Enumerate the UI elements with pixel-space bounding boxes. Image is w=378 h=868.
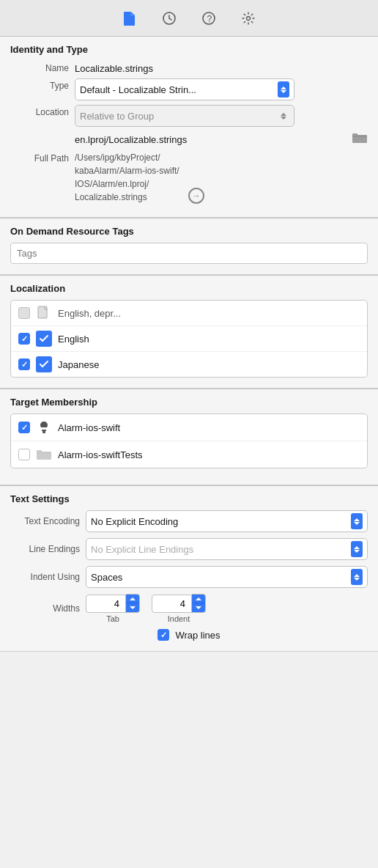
loc-checkbox-1[interactable] bbox=[18, 333, 30, 345]
name-label: Name bbox=[10, 61, 69, 73]
encoding-dropdown[interactable]: No Explicit Encoding bbox=[86, 510, 368, 532]
text-settings-section: Text Settings Text Encoding No Explicit … bbox=[0, 485, 378, 652]
location-dropdown-text: Relative to Group bbox=[80, 111, 278, 122]
indent-value: Spaces bbox=[91, 572, 351, 583]
target-label-0: Alarm-ios-swift bbox=[58, 422, 120, 433]
indent-width-input[interactable]: 4 bbox=[152, 595, 192, 613]
wrap-label: Wrap lines bbox=[175, 630, 220, 641]
widths-label: Widths bbox=[10, 603, 80, 614]
location-label: Location bbox=[10, 105, 69, 117]
list-item: English, depr... bbox=[11, 301, 367, 326]
target-membership-section: Target Membership Alarm-ios-swift bbox=[0, 389, 378, 485]
target-membership-title: Target Membership bbox=[10, 397, 368, 408]
tab-stepper: 4 bbox=[86, 594, 140, 613]
indent-decrement-button[interactable] bbox=[192, 603, 205, 612]
tab-label: Tab bbox=[106, 614, 119, 623]
toolbar: ? bbox=[0, 0, 378, 37]
loc-label-0: English, depr... bbox=[58, 308, 121, 319]
encoding-row: Text Encoding No Explicit Encoding bbox=[10, 510, 368, 532]
path-filename: en.lproj/Localizable.strings bbox=[75, 134, 352, 145]
type-dropdown[interactable]: Default - Localizable Strin... bbox=[75, 78, 294, 100]
file-icon[interactable] bbox=[122, 10, 138, 26]
wrap-checkbox[interactable] bbox=[158, 629, 169, 641]
localization-section: Localization English, depr... English bbox=[0, 275, 378, 389]
list-item: Japanese bbox=[11, 352, 367, 377]
loc-label-1: English bbox=[58, 334, 89, 345]
widths-row: Widths 4 Tab bbox=[10, 594, 368, 623]
svg-rect-4 bbox=[38, 306, 47, 318]
indent-row: Indent Using Spaces bbox=[10, 566, 368, 588]
loc-checkbox-2[interactable] bbox=[18, 358, 30, 370]
localization-title: Localization bbox=[10, 283, 368, 294]
svg-rect-5 bbox=[42, 431, 45, 433]
identity-title: Identity and Type bbox=[10, 44, 368, 55]
on-demand-title: On Demand Resource Tags bbox=[10, 226, 368, 237]
on-demand-section: On Demand Resource Tags bbox=[0, 218, 378, 275]
location-dropdown[interactable]: Relative to Group bbox=[75, 105, 294, 127]
path-row: en.lproj/Localizable.strings bbox=[75, 131, 368, 148]
encoding-value: No Explicit Encoding bbox=[91, 516, 351, 527]
full-path-value: /Users/ipg/kbyProject/kabaAlarm/Alarm-io… bbox=[75, 151, 179, 204]
localization-box: English, depr... English Japanese bbox=[10, 300, 368, 378]
indent-stepper: 4 bbox=[152, 594, 206, 613]
svg-rect-6 bbox=[42, 430, 46, 431]
type-row: Type Default - Localizable Strin... bbox=[10, 78, 368, 100]
indent-stepper-buttons bbox=[192, 594, 206, 613]
folder-icon[interactable] bbox=[352, 131, 368, 148]
full-path-row: Full Path /Users/ipg/kbyProject/kabaAlar… bbox=[10, 151, 368, 204]
indent-label: Indent Using bbox=[10, 572, 80, 582]
location-row: Location Relative to Group bbox=[10, 105, 368, 127]
target-folder-icon-1 bbox=[36, 446, 52, 463]
name-value: Localizable.strings bbox=[75, 61, 153, 74]
clock-icon[interactable] bbox=[161, 10, 177, 26]
target-checkbox-1[interactable] bbox=[18, 449, 30, 460]
list-item: English bbox=[11, 326, 367, 352]
settings-icon[interactable] bbox=[240, 10, 256, 26]
target-label-1: Alarm-ios-swiftTests bbox=[58, 449, 143, 460]
list-item: Alarm-ios-swift bbox=[11, 414, 367, 441]
tab-stepper-buttons bbox=[126, 594, 140, 613]
indent-width-column: 4 Indent bbox=[152, 594, 206, 623]
target-checkbox-0[interactable] bbox=[18, 422, 30, 433]
tab-width-column: 4 Tab bbox=[86, 594, 140, 623]
name-row: Name Localizable.strings bbox=[10, 61, 368, 74]
target-app-icon-0 bbox=[36, 419, 52, 435]
indent-dropdown-arrow bbox=[351, 569, 363, 585]
identity-section: Identity and Type Name Localizable.strin… bbox=[0, 37, 378, 218]
line-endings-row: Line Endings No Explicit Line Endings bbox=[10, 538, 368, 560]
loc-checkbox-0[interactable] bbox=[18, 307, 30, 319]
location-dropdown-arrow bbox=[278, 108, 289, 124]
encoding-dropdown-arrow bbox=[351, 513, 363, 529]
loc-file-icon-2 bbox=[36, 356, 52, 372]
tab-decrement-button[interactable] bbox=[126, 603, 139, 612]
navigate-icon[interactable]: → bbox=[188, 188, 204, 204]
type-dropdown-text: Default - Localizable Strin... bbox=[80, 84, 278, 95]
line-endings-dropdown[interactable]: No Explicit Line Endings bbox=[86, 538, 368, 560]
text-settings-title: Text Settings bbox=[10, 493, 368, 504]
indent-dropdown[interactable]: Spaces bbox=[86, 566, 368, 588]
encoding-label: Text Encoding bbox=[10, 516, 80, 526]
loc-file-icon-0 bbox=[36, 305, 52, 321]
svg-point-3 bbox=[247, 16, 251, 20]
type-label: Type bbox=[10, 78, 69, 91]
indent-increment-button[interactable] bbox=[192, 595, 205, 603]
tags-input[interactable] bbox=[10, 243, 368, 264]
tab-width-input[interactable]: 4 bbox=[86, 595, 126, 613]
wrap-row: Wrap lines bbox=[10, 629, 368, 641]
line-endings-value: No Explicit Line Endings bbox=[91, 544, 351, 555]
svg-text:?: ? bbox=[207, 14, 212, 24]
list-item: Alarm-ios-swiftTests bbox=[11, 441, 367, 468]
line-endings-dropdown-arrow bbox=[351, 541, 363, 557]
loc-label-2: Japanese bbox=[58, 359, 99, 370]
full-path-label: Full Path bbox=[10, 151, 69, 163]
indent-label2: Indent bbox=[168, 614, 190, 623]
loc-file-icon-1 bbox=[36, 331, 52, 347]
line-endings-label: Line Endings bbox=[10, 544, 80, 554]
membership-box: Alarm-ios-swift Alarm-ios-swiftTests bbox=[10, 413, 368, 468]
type-dropdown-arrow bbox=[278, 81, 289, 98]
tab-increment-button[interactable] bbox=[126, 595, 139, 603]
help-icon[interactable]: ? bbox=[201, 10, 217, 26]
